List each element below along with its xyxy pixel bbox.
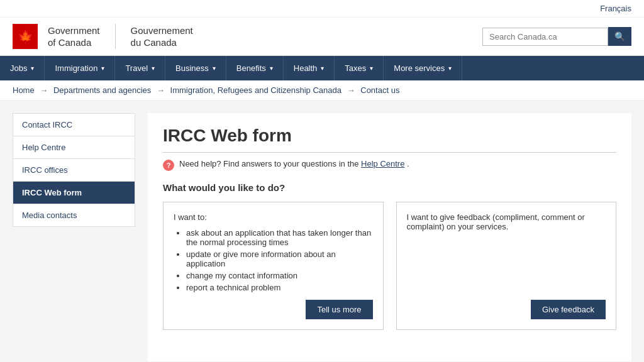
nav-item-benefits[interactable]: Benefits ▾ xyxy=(226,56,284,80)
gov-name-fr: Gouvernement du Canada xyxy=(131,25,193,49)
chevron-down-icon: ▾ xyxy=(448,65,452,72)
sidebar: Contact IRCC Help Centre IRCC offices IR… xyxy=(13,113,135,361)
breadcrumb-sep: → xyxy=(157,85,165,95)
chevron-down-icon: ▾ xyxy=(101,65,104,72)
main-content: Contact IRCC Help Centre IRCC offices IR… xyxy=(0,101,644,362)
nav-item-immigration[interactable]: Immigration ▾ xyxy=(45,56,115,80)
breadcrumb-contact[interactable]: Contact us xyxy=(360,85,399,95)
chevron-down-icon: ▾ xyxy=(31,65,34,72)
question-label: What would you like to do? xyxy=(163,182,616,193)
cards-container: I want to: ask about an application that… xyxy=(163,202,616,330)
list-item: change my contact information xyxy=(186,271,373,280)
search-button[interactable]: 🔍 xyxy=(608,27,631,46)
give-feedback-button[interactable]: Give feedback xyxy=(531,300,606,319)
breadcrumb-sep: → xyxy=(40,85,48,95)
help-notice-suffix: . xyxy=(407,159,409,168)
main-nav: Jobs ▾ Immigration ▾ Travel ▾ Business ▾… xyxy=(0,56,644,80)
sidebar-item-ircc-offices[interactable]: IRCC offices xyxy=(13,158,135,181)
canada-flag-icon: 🍁 xyxy=(13,24,38,49)
nav-item-health[interactable]: Health ▾ xyxy=(284,56,335,80)
nav-item-business[interactable]: Business ▾ xyxy=(165,56,226,80)
chevron-down-icon: ▾ xyxy=(270,65,273,72)
list-item: update or give more information about an… xyxy=(186,250,373,268)
sidebar-item-media-contacts[interactable]: Media contacts xyxy=(13,204,135,227)
nav-item-jobs[interactable]: Jobs ▾ xyxy=(0,56,45,80)
breadcrumb-ircc[interactable]: Immigration, Refugees and Citizenship Ca… xyxy=(170,85,341,95)
chevron-down-icon: ▾ xyxy=(152,65,155,72)
page-content: IRCC Web form ? Need help? Find answers … xyxy=(148,113,631,361)
card1-list: ask about an application that has taken … xyxy=(174,228,373,292)
sidebar-item-ircc-web-form[interactable]: IRCC Web form xyxy=(13,181,135,204)
site-header: 🍁 Government of Canada Gouvernement du C… xyxy=(0,18,644,56)
help-icon: ? xyxy=(163,160,174,171)
list-item: ask about an application that has taken … xyxy=(186,228,373,247)
nav-item-taxes[interactable]: Taxes ▾ xyxy=(335,56,384,80)
sidebar-item-help-centre[interactable]: Help Centre xyxy=(13,136,135,158)
breadcrumb: Home → Departments and agencies → Immigr… xyxy=(0,80,644,101)
chevron-down-icon: ▾ xyxy=(321,65,324,72)
breadcrumb-departments[interactable]: Departments and agencies xyxy=(53,85,151,95)
breadcrumb-sep: → xyxy=(347,85,355,95)
page-title: IRCC Web form xyxy=(163,126,616,153)
chevron-down-icon: ▾ xyxy=(213,65,216,72)
breadcrumb-home[interactable]: Home xyxy=(13,85,35,95)
logo-area: 🍁 Government of Canada Gouvernement du C… xyxy=(13,24,193,49)
nav-item-travel[interactable]: Travel ▾ xyxy=(115,56,165,80)
card2-text: I want to give feedback (compliment, com… xyxy=(407,212,606,231)
card1-intro: I want to: xyxy=(174,212,373,222)
tell-us-more-button[interactable]: Tell us more xyxy=(306,300,372,319)
search-input[interactable] xyxy=(482,28,608,46)
chevron-down-icon: ▾ xyxy=(370,65,373,72)
help-notice: ? Need help? Find answers to your questi… xyxy=(163,159,616,171)
language-toggle-link[interactable]: Français xyxy=(600,4,631,13)
sidebar-item-contact-ircc[interactable]: Contact IRCC xyxy=(13,113,135,136)
help-notice-text: Need help? Find answers to your question… xyxy=(179,159,361,168)
card-give-feedback: I want to give feedback (compliment, com… xyxy=(396,202,617,330)
help-centre-link[interactable]: Help Centre xyxy=(361,159,404,168)
top-bar: Français xyxy=(0,0,644,18)
card-tell-us-more: I want to: ask about an application that… xyxy=(163,202,384,330)
list-item: report a technical problem xyxy=(186,283,373,292)
nav-item-more-services[interactable]: More services ▾ xyxy=(384,56,462,80)
header-divider xyxy=(115,24,116,49)
search-area: 🔍 xyxy=(482,27,631,46)
gov-name-en: Government of Canada xyxy=(48,25,100,49)
